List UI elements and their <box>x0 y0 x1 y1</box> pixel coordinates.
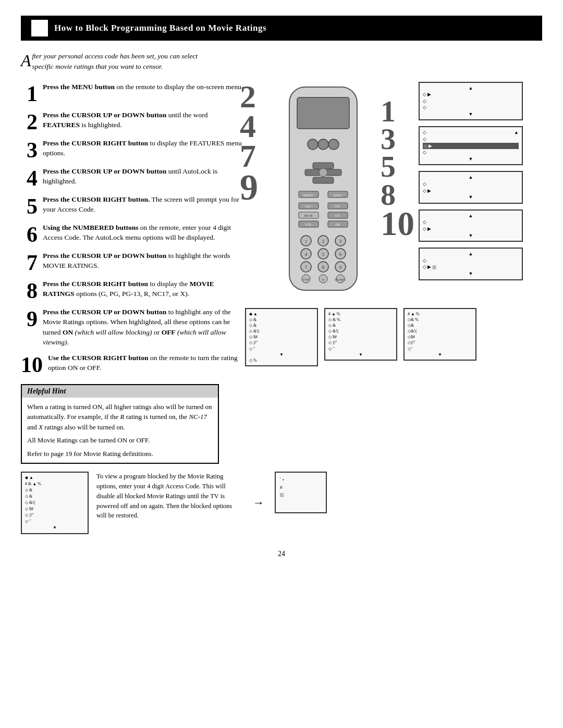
helpful-hint-box: Helpful Hint When a rating is turned ON,… <box>21 384 219 464</box>
svg-text:2: 2 <box>322 239 325 244</box>
bm-row4: ◇ $# <box>328 334 393 340</box>
screen-3-row1: ◇ <box>423 181 519 188</box>
br-row5: ◇)!" <box>408 340 472 346</box>
step-1-rest: on the remote to display the on-screen m… <box>115 83 243 91</box>
svg-text:1: 1 <box>305 239 308 244</box>
step-number-2: 2 <box>21 111 38 133</box>
bs-left-row7: ▼ <box>249 352 314 357</box>
svg-rect-8 <box>326 169 341 176</box>
svg-rect-6 <box>313 177 334 183</box>
bottom-screen-middle: # ▲ % ◇ & % ◇ & ◇ &!( ◇ $# ◇ )!" ◇ " ▼ <box>324 308 397 361</box>
screen-4-row2: ◇ ▶ <box>423 226 519 232</box>
screen-2-row0: ◇▲ <box>423 129 519 136</box>
page-title: How to Block Programming Based on Movie … <box>54 23 266 33</box>
step-text-6: Using the NUMBERED buttons on the remote… <box>43 223 245 243</box>
step-text-8: Press the CURSOR RIGHT button to display… <box>43 279 245 299</box>
right-screens-column: ▲ ◇ ▶ ◇ ◇ ▼ ◇▲ ◇ ◇ ▶ ◇ ▼ ▲ ◇ <box>419 82 523 283</box>
svg-point-2 <box>308 139 318 150</box>
fls-row3: ◇ & <box>25 493 84 500</box>
svg-text:TTF: TTF <box>303 278 310 282</box>
drop-cap: A <box>21 52 31 69</box>
br-row3: ◇&!( <box>408 328 472 334</box>
step-8-bold: Press the CURSOR RIGHT button <box>43 280 148 288</box>
bs-left-row3: ◇ &!( <box>249 328 314 334</box>
bottom-screen-left: ◆ ▲ ◇ & ◇ & ◇ &!( ◇ $# ◇ )!" ◇ " ▼ ◇ % <box>245 308 318 367</box>
intro-text: fter your personal access code has been … <box>32 52 198 70</box>
bs-left-row2: ◇ & <box>249 323 314 328</box>
bs-left-row0: ◆ ▲ <box>249 311 314 317</box>
step-4: 4 Press the CURSOR UP or DOWN button unt… <box>21 166 245 189</box>
hint-paragraph-2: All Movie Ratings can be turned ON or OF… <box>27 435 213 446</box>
step-6: 6 Using the NUMBERED buttons on the remo… <box>21 223 245 245</box>
svg-text:MUTE: MUTE <box>304 214 313 217</box>
fls-row0: ◆ ▲ <box>25 475 84 481</box>
screen-1-row1: ◇ ▶ <box>423 91 519 98</box>
screen-5-row2: ◇ ▶ |||| <box>423 264 519 270</box>
main-layout: 1 Press the MENU button on the remote to… <box>21 82 542 464</box>
svg-text:3: 3 <box>339 239 342 244</box>
step-4-bold: Press the CURSOR UP or DOWN button <box>43 167 166 175</box>
svg-point-3 <box>318 139 328 150</box>
screen-1-arrow-dn: ▼ <box>423 111 519 118</box>
br-row1: ◇& % <box>408 317 472 323</box>
screen-3-arrow-up: ▲ <box>423 174 519 181</box>
step-number-10: 10 <box>21 354 43 376</box>
frs-row2: |||| <box>280 491 322 498</box>
bm-row3: ◇ &!( <box>328 328 393 334</box>
step-text-3: Press the CURSOR RIGHT button to display… <box>43 138 245 158</box>
step-text-4: Press the CURSOR UP or DOWN button until… <box>43 166 245 187</box>
svg-point-4 <box>328 139 339 150</box>
svg-text:0: 0 <box>322 278 324 282</box>
page-title-bar: How to Block Programming Based on Movie … <box>21 16 542 41</box>
fls-row6: ◇ )!" <box>25 512 84 519</box>
fls-row5: ◇ $# <box>25 506 84 512</box>
step-number-9: 9 <box>21 308 38 330</box>
hint-paragraph-1: When a rating is turned ON, all higher r… <box>27 402 213 433</box>
step-text-7: Press the CURSOR UP or DOWN button to hi… <box>43 251 245 271</box>
helpful-hint-body: When a rating is turned ON, all higher r… <box>22 398 218 463</box>
screen-2-row1: ◇ <box>423 136 519 143</box>
step-text-10: Use the CURSOR RIGHT button on the remot… <box>48 353 245 373</box>
helpful-hint-title-text: Helpful Hint <box>27 387 66 395</box>
svg-text:7: 7 <box>305 265 308 270</box>
svg-text:4: 4 <box>305 252 308 257</box>
frs-row1: # <box>280 484 322 491</box>
step-text-5: Press the CURSOR RIGHT button. The scree… <box>43 194 245 215</box>
bm-row2: ◇ & <box>328 323 393 328</box>
big-numbers-right: 135810 <box>381 97 414 240</box>
final-left-screen: ◆ ▲ # & ▲ % ◇ & ◇ & ◇ &!( ◇ $# ◇ )!" ◇ "… <box>21 472 89 534</box>
bm-row7: ▼ <box>328 352 393 357</box>
bs-left-row1: ◇ & <box>249 317 314 323</box>
svg-text:9: 9 <box>339 265 342 270</box>
svg-text:EXIT: EXIT <box>334 193 342 198</box>
final-right-screen: ' + # |||| <box>275 472 327 513</box>
step-8: 8 Press the CURSOR RIGHT button to displ… <box>21 279 245 302</box>
br-row2: ◇& <box>408 323 472 328</box>
intro-paragraph: After your personal access code has been… <box>21 51 219 72</box>
svg-text:CH+: CH+ <box>335 205 341 208</box>
bottom-screen-right: # ▲ % ◇& % ◇& ◇&!( ◇$# ◇)!" ◇" ▼ <box>403 308 476 361</box>
screen-2-arrow-dn: ▼ <box>423 156 519 163</box>
fls-row7: ◇ " <box>25 519 84 525</box>
svg-rect-1 <box>297 97 349 129</box>
screen-4-row1: ◇ <box>423 219 519 226</box>
arrow-right-graphic: → <box>253 496 264 510</box>
svg-text:6: 6 <box>339 252 342 257</box>
big-numbers-left: 2479 <box>240 82 258 204</box>
step-number-4: 4 <box>21 167 38 189</box>
step-text-9: Press the CURSOR UP or DOWN button to hi… <box>43 307 245 348</box>
hint-paragraph-3: Refer to page 19 for Movie Rating defini… <box>27 449 213 459</box>
step-number-3: 3 <box>21 139 38 161</box>
screen-1-row3: ◇ <box>423 104 519 111</box>
svg-text:VOL-: VOL- <box>305 223 312 226</box>
step-5: 5 Press the CURSOR RIGHT button. The scr… <box>21 194 245 217</box>
screen-4-arrow-dn: ▼ <box>423 232 519 239</box>
bm-row5: ◇ )!" <box>328 340 393 346</box>
br-row4: ◇$# <box>408 334 472 340</box>
fls-row8: ▼ <box>25 525 84 531</box>
step-10: 10 Use the CURSOR RIGHT button on the re… <box>21 353 245 376</box>
screen-2-row3: ◇ <box>423 149 519 156</box>
step-6-bold: Using the NUMBERED buttons <box>43 224 138 231</box>
screen-2-row2: ◇ ▶ <box>423 143 519 150</box>
step-7-bold: Press the CURSOR UP or DOWN button <box>43 252 166 260</box>
